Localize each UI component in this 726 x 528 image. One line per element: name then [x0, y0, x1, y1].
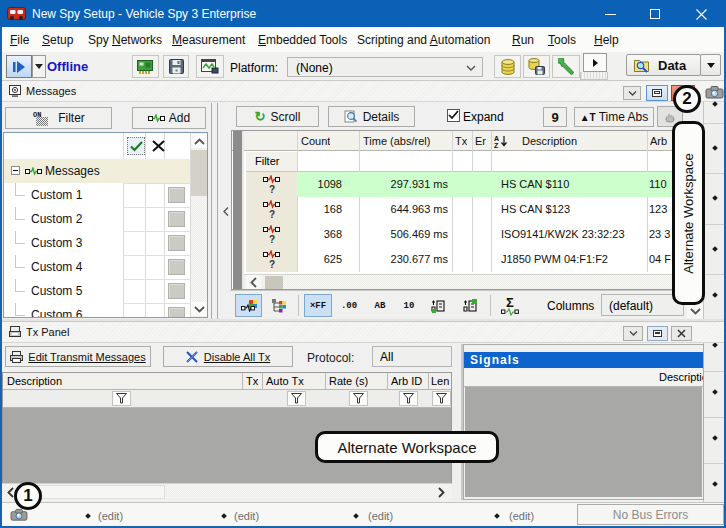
- menu-help[interactable]: Help: [594, 33, 619, 47]
- scroll-left-button[interactable]: [246, 275, 261, 289]
- menu-setup[interactable]: Setup: [42, 33, 73, 47]
- tree-scrollbar[interactable]: [191, 133, 207, 317]
- tx-maximize-button[interactable]: [647, 326, 668, 341]
- filter-funnel-button[interactable]: [432, 391, 451, 406]
- pane-splitter[interactable]: [210, 103, 231, 320]
- menu-embedded-tools[interactable]: Embedded Tools: [258, 33, 347, 47]
- view-tree-button[interactable]: [266, 294, 291, 317]
- save-button[interactable]: [163, 55, 189, 78]
- function-blocks-button[interactable]: [583, 53, 607, 72]
- minimize-button[interactable]: [588, 0, 633, 27]
- menu-file[interactable]: File: [10, 33, 29, 47]
- edit-transmit-button[interactable]: Edit Transmit Messages: [5, 346, 151, 367]
- statistics-button[interactable]: Σ: [498, 294, 524, 317]
- tree-row[interactable]: Custom 2: [4, 207, 191, 231]
- format-hex-button[interactable]: ×FF: [304, 294, 332, 317]
- tree-row[interactable]: Custom 1: [4, 183, 191, 207]
- tx-col-tx[interactable]: Tx: [246, 375, 258, 387]
- grid-row[interactable]: [297, 247, 687, 272]
- value-annotation-button[interactable]: [458, 294, 482, 317]
- tx-dropdown-button[interactable]: [623, 326, 643, 341]
- run-dropdown[interactable]: [32, 55, 46, 78]
- dock-tab-dot[interactable]: [712, 101, 718, 107]
- menu-scripting-automation[interactable]: Scripting and Automation: [357, 33, 490, 47]
- grid-row[interactable]: [297, 172, 687, 197]
- grid-filter-row[interactable]: Filter: [246, 152, 687, 172]
- add-button[interactable]: Add: [132, 107, 206, 129]
- database-button[interactable]: [494, 55, 521, 78]
- camera-icon[interactable]: [10, 508, 28, 522]
- tx-h-scrollbar[interactable]: [2, 483, 452, 500]
- menu-measurement[interactable]: Measurement: [172, 33, 245, 47]
- database-save-button[interactable]: [523, 55, 550, 78]
- base-button[interactable]: 9: [543, 107, 567, 127]
- alternate-workspace-tab-vertical[interactable]: Alternate Workspace: [672, 121, 705, 305]
- scroll-right-button[interactable]: [434, 485, 448, 499]
- dock-tab-dot[interactable]: [712, 481, 718, 487]
- disable-all-tx-button[interactable]: Disable All Tx: [163, 346, 293, 367]
- messages-maximize-button[interactable]: [646, 85, 668, 101]
- uncheck-all-button[interactable]: [149, 137, 167, 155]
- tree-row-root[interactable]: Messages: [4, 159, 190, 183]
- view-signal-button[interactable]: [235, 294, 262, 317]
- format-binary-button[interactable]: 10: [397, 294, 421, 317]
- expand-checkbox[interactable]: [447, 109, 460, 122]
- grid-row[interactable]: [297, 222, 687, 247]
- status-edit[interactable]: (edit): [368, 510, 393, 522]
- details-button[interactable]: Details: [328, 106, 415, 127]
- tx-col-auto-tx[interactable]: Auto Tx: [266, 375, 304, 387]
- logging-button[interactable]: [196, 55, 224, 78]
- scroll-down-button[interactable]: [687, 304, 703, 318]
- scroll-up-button[interactable]: [191, 134, 207, 148]
- tx-close-button[interactable]: [671, 326, 692, 341]
- options-cell-button[interactable]: [168, 211, 185, 227]
- scroll-button[interactable]: ↻ Scroll: [236, 106, 319, 127]
- status-edit[interactable]: (edit): [509, 510, 534, 522]
- tree-row[interactable]: Custom 4: [4, 255, 191, 279]
- grid-row[interactable]: [297, 197, 687, 222]
- dock-tab-dot[interactable]: [712, 389, 718, 395]
- dock-tab-dot[interactable]: [712, 292, 718, 298]
- dock-tab-dot[interactable]: [712, 342, 718, 348]
- close-button[interactable]: [678, 0, 723, 27]
- tree-row[interactable]: Custom 5: [4, 279, 191, 303]
- name-annotation-button[interactable]: [426, 294, 450, 317]
- scrollbar-thumb[interactable]: [265, 276, 283, 289]
- options-cell-button[interactable]: [168, 283, 185, 299]
- setup-button[interactable]: [552, 55, 580, 78]
- menu-tools[interactable]: Tools: [548, 33, 576, 47]
- filter-button[interactable]: ON Filter: [5, 107, 112, 129]
- messages-dropdown-button[interactable]: [623, 86, 641, 100]
- options-cell-button[interactable]: [168, 187, 185, 203]
- status-edit[interactable]: (edit): [98, 510, 123, 522]
- maximize-button[interactable]: [633, 0, 678, 27]
- protocol-select[interactable]: All: [372, 346, 452, 367]
- scroll-down-button[interactable]: [191, 302, 207, 316]
- format-decimal-button[interactable]: .00: [337, 294, 361, 317]
- filter-funnel-button[interactable]: [349, 391, 368, 406]
- menu-spy-networks[interactable]: Spy Networks: [88, 33, 162, 47]
- grid-h-scrollbar[interactable]: [244, 274, 687, 289]
- collapse-expander[interactable]: [11, 166, 20, 175]
- filter-funnel-button[interactable]: [112, 391, 131, 406]
- dock-tab-dot[interactable]: [712, 246, 718, 252]
- options-cell-button[interactable]: [168, 235, 185, 251]
- tree-row[interactable]: Custom 6: [4, 303, 191, 318]
- tx-col-arb-id[interactable]: Arb ID: [391, 375, 422, 387]
- run-button[interactable]: [6, 55, 32, 78]
- dock-tab-dot[interactable]: [712, 435, 718, 441]
- dock-tab-dot[interactable]: [712, 195, 718, 201]
- platform-select[interactable]: (None): [287, 57, 483, 77]
- options-cell-button[interactable]: [168, 307, 185, 318]
- filter-funnel-button[interactable]: [287, 391, 306, 406]
- data-dropdown[interactable]: [700, 54, 721, 76]
- tx-col-description[interactable]: Description: [7, 375, 62, 387]
- filter-funnel-button[interactable]: [399, 391, 418, 406]
- signals-col-description[interactable]: Description: [659, 371, 704, 383]
- tx-col-rate[interactable]: Rate (s): [329, 375, 368, 387]
- dock-tab-dot[interactable]: [712, 145, 718, 151]
- menu-run[interactable]: Run: [512, 33, 534, 47]
- time-abs-button[interactable]: ▲T Time Abs: [574, 107, 654, 127]
- tx-col-len[interactable]: Len: [431, 375, 449, 387]
- camera-icon[interactable]: [705, 85, 724, 100]
